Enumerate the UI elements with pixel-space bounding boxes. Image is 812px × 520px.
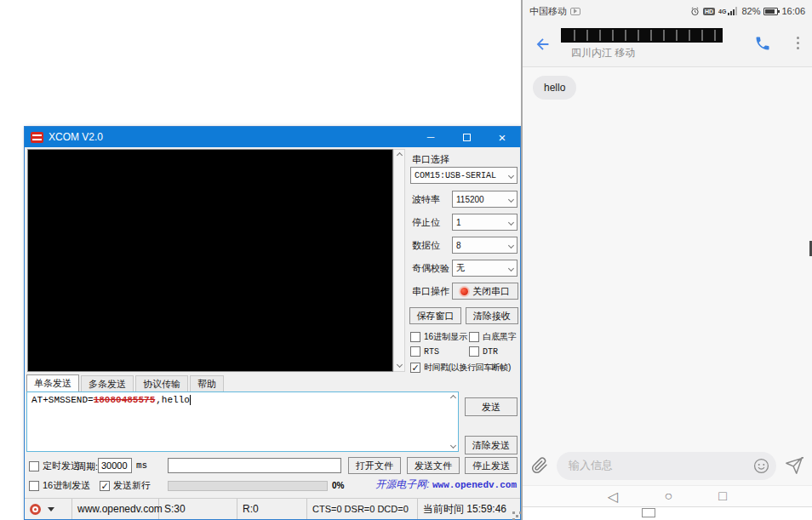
hex-display-checkbox[interactable]: 16进制显示 [410, 331, 467, 343]
send-message-icon[interactable] [785, 456, 803, 475]
status-icon-segment[interactable] [25, 499, 72, 519]
received-message-bubble[interactable]: hello [533, 76, 576, 100]
open-file-button[interactable]: 打开文件 [348, 457, 401, 474]
carrier-label: 中国移动 [529, 5, 567, 18]
status-received-segment: R:0 [237, 499, 307, 519]
alarm-icon [690, 7, 700, 16]
scroll-down-icon[interactable] [450, 443, 456, 449]
port-select-value: COM15:USB-SERIAL [415, 171, 496, 180]
nav-recents-icon[interactable]: □ [718, 489, 727, 504]
message-list: hello [523, 67, 812, 446]
data-bits-dropdown[interactable]: 8 [452, 237, 518, 254]
maximize-icon [463, 134, 471, 141]
tab-label: 协议传输 [143, 378, 180, 391]
tab-protocol[interactable]: 协议传输 [135, 375, 188, 391]
tab-help[interactable]: 帮助 [190, 375, 224, 391]
stop-bits-label: 停止位 [412, 214, 440, 231]
maximize-button[interactable] [449, 127, 484, 147]
status-signals-segment: CTS=0 DSR=0 DCD=0 [307, 499, 418, 519]
clear-send-button[interactable]: 清除发送 [465, 436, 518, 454]
at-command-suffix: ,hello [156, 395, 191, 405]
tab-multi-send[interactable]: 多条发送 [81, 375, 134, 391]
back-arrow-icon[interactable] [534, 35, 552, 54]
window-title: XCOM V2.0 [49, 131, 103, 143]
conversation-header: 四川内江 移动 [523, 22, 812, 67]
file-path-input[interactable] [168, 458, 341, 473]
message-input[interactable]: 输入信息 [557, 452, 776, 480]
redacted-phone-number: 18080485575 [94, 395, 156, 405]
data-bits-value: 8 [456, 241, 461, 250]
promo-site-label: 开源电子网: [375, 478, 429, 490]
status-website-segment: www.openedv.com [72, 499, 159, 519]
openedv-promo-link[interactable]: 开源电子网: www.openedv.com [375, 477, 517, 492]
baud-rate-label: 波特率 [412, 191, 440, 208]
white-bg-checkbox[interactable]: 白底黑字 [469, 331, 517, 343]
receive-terminal[interactable] [27, 149, 393, 372]
stop-bits-dropdown[interactable]: 1 [452, 214, 518, 231]
save-window-button[interactable]: 保存窗口 [409, 307, 461, 324]
save-window-label: 保存窗口 [417, 310, 455, 323]
tab-label: 单条发送 [34, 377, 71, 390]
white-bg-label: 白底黑字 [483, 331, 517, 343]
rts-checkbox[interactable]: RTS [410, 346, 439, 357]
minimize-button[interactable]: ─ [413, 127, 449, 147]
checkbox-checked-icon: ✓ [100, 481, 110, 491]
close-button[interactable]: × [484, 127, 520, 147]
hex-display-label: 16进制显示 [424, 331, 467, 343]
port-open-indicator-icon [460, 288, 468, 295]
nav-back-icon[interactable]: ◁ [608, 489, 618, 505]
scroll-up-icon[interactable] [450, 395, 456, 401]
scroll-down-icon[interactable] [397, 362, 403, 368]
send-button[interactable]: 发送 [465, 397, 518, 416]
hex-send-checkbox[interactable]: 16进制发送 [29, 479, 90, 492]
stop-send-button[interactable]: 停止发送 [465, 457, 518, 474]
checkbox-checked-icon: ✓ [410, 363, 420, 373]
tab-single-send[interactable]: 单条发送 [26, 374, 79, 391]
resize-grip-icon[interactable] [516, 515, 518, 517]
dropdown-arrow-icon[interactable] [48, 507, 54, 511]
dtr-checkbox[interactable]: DTR [469, 346, 498, 357]
timestamp-checkbox[interactable]: ✓ 时间戳(以换行回车断帧) [410, 362, 511, 374]
parity-dropdown[interactable]: 无 [452, 260, 518, 277]
period-unit-label: ms [136, 460, 147, 471]
android-nav-bar: ◁ ○ □ [523, 485, 812, 507]
status-website: www.openedv.com [77, 503, 163, 515]
signal-strength-icon [728, 7, 738, 15]
overflow-menu-icon[interactable] [797, 37, 799, 49]
screenshot-bottom-tab [642, 508, 655, 517]
baud-rate-value: 115200 [456, 195, 484, 204]
chevron-down-icon [508, 242, 514, 248]
status-bar: www.openedv.com S:30 R:0 CTS=0 DSR=0 DCD… [25, 498, 520, 519]
period-input[interactable]: 30000 [98, 458, 132, 473]
scroll-up-icon[interactable] [397, 152, 403, 158]
chevron-down-icon [508, 196, 514, 202]
call-icon[interactable] [754, 35, 771, 52]
send-file-button[interactable]: 发送文件 [407, 457, 460, 474]
send-newline-checkbox[interactable]: ✓ 发送新行 [100, 479, 151, 492]
app-icon [31, 132, 43, 143]
baud-rate-dropdown[interactable]: 115200 [452, 191, 518, 208]
volte-icon [570, 8, 580, 15]
period-value: 30000 [101, 460, 128, 471]
data-bits-label: 数据位 [412, 237, 440, 254]
send-progress-bar [168, 481, 328, 491]
hd-volte-icon: HD [703, 8, 715, 15]
clear-receive-button[interactable]: 清除接收 [466, 307, 518, 324]
checkbox-icon [29, 461, 39, 471]
title-bar[interactable]: XCOM V2.0 ─ × [25, 127, 520, 147]
send-file-label: 发送文件 [415, 460, 452, 472]
close-port-button[interactable]: 关闭串口 [452, 283, 518, 300]
send-button-label: 发送 [482, 401, 500, 414]
emoji-icon[interactable] [753, 458, 769, 474]
received-count: R:0 [243, 503, 259, 515]
period-label: 周期: [77, 460, 98, 473]
close-port-label: 关闭串口 [472, 285, 510, 298]
nav-home-icon[interactable]: ○ [664, 489, 672, 504]
send-text-area[interactable]: AT+SMSSEND=18080485575,hello [26, 391, 459, 452]
terminal-scrollbar[interactable] [393, 149, 405, 372]
send-mode-tabs: 单条发送 多条发送 协议传输 帮助 [26, 375, 226, 391]
attachment-icon[interactable] [531, 457, 548, 474]
timed-send-checkbox[interactable]: 定时发送 [29, 460, 80, 472]
xcom-window: XCOM V2.0 ─ × 串口选择 COM15:USB-SERIAL 波特率 … [24, 126, 521, 520]
port-select-dropdown[interactable]: COM15:USB-SERIAL [410, 167, 518, 184]
